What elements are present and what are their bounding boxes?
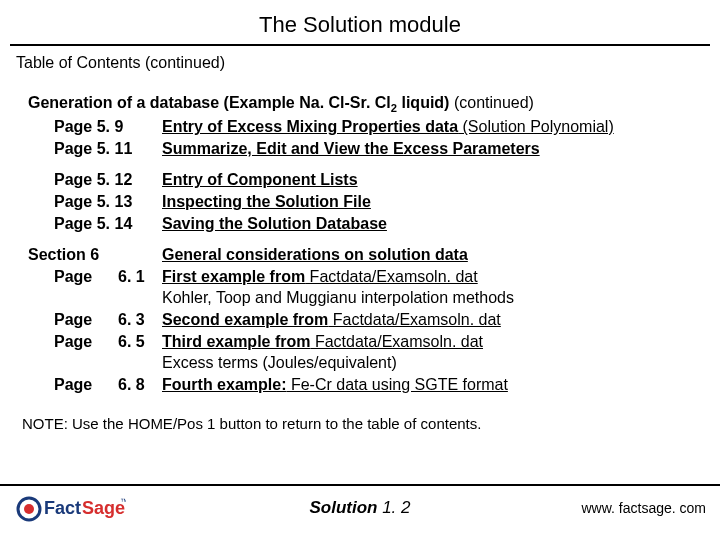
footer-page: 1. 2 xyxy=(377,498,410,517)
toc-row: Page 5. 12 Entry of Component Lists xyxy=(54,169,700,191)
toc-heading-suffix: (continued) xyxy=(141,54,226,71)
toc-note: Excess terms (Joules/equivalent) xyxy=(54,352,700,374)
gen-lead-b: liquid) xyxy=(397,94,449,111)
footer-module: Solution xyxy=(309,498,377,517)
toc-page-label: Page xyxy=(54,374,118,396)
toc-row: Page 5. 11 Summarize, Edit and View the … xyxy=(54,138,700,160)
toc-link[interactable]: Inspecting the Solution File xyxy=(162,191,371,213)
title-pre: The xyxy=(259,12,303,37)
toc-link[interactable]: Third example from Factdata/Examsoln. da… xyxy=(162,331,483,353)
toc-link[interactable]: Entry of Excess Mixing Properties data (… xyxy=(162,116,614,138)
slide-title: The Solution module xyxy=(0,0,720,44)
section-title[interactable]: General considerations on solution data xyxy=(162,244,468,266)
toc-link[interactable]: Saving the Solution Database xyxy=(162,213,387,235)
footer: Fact Sage ™ Solution 1. 2 www. factsage.… xyxy=(0,484,720,534)
note-label: NOTE: xyxy=(22,415,72,432)
toc-note: Kohler, Toop and Muggianu interpolation … xyxy=(54,287,700,309)
toc-page-label: Page xyxy=(54,266,118,288)
toc-page: Page 5. 9 xyxy=(54,116,162,138)
section-label: Section 6 xyxy=(28,244,118,266)
sec6-rows: Page 6. 1 First example from Factdata/Ex… xyxy=(28,266,700,396)
toc-row: Page 6. 8 Fourth example: Fe-Cr data usi… xyxy=(54,374,700,396)
gen-lead-suffix: (continued) xyxy=(449,94,534,111)
toc-row: Page 5. 14 Saving the Solution Database xyxy=(54,213,700,235)
toc-row: Page 6. 1 First example from Factdata/Ex… xyxy=(54,266,700,288)
toc-row: Page 5. 13 Inspecting the Solution File xyxy=(54,191,700,213)
toc-link[interactable]: Fourth example: Fe-Cr data using SGTE fo… xyxy=(162,374,508,396)
toc-note-text: Excess terms (Joules/equivalent) xyxy=(162,352,397,374)
gen-rows: Page 5. 9 Entry of Excess Mixing Propert… xyxy=(28,116,700,234)
toc-link[interactable]: Second example from Factdata/Examsoln. d… xyxy=(162,309,501,331)
toc-page: Page 5. 14 xyxy=(54,213,162,235)
note-body: Use the HOME/Pos 1 button to return to t… xyxy=(72,415,481,432)
toc-note-text: Kohler, Toop and Muggianu interpolation … xyxy=(162,287,514,309)
toc-row: Page 6. 5 Third example from Factdata/Ex… xyxy=(54,331,700,353)
toc-link[interactable]: Summarize, Edit and View the Excess Para… xyxy=(162,138,540,160)
note: NOTE: Use the HOME/Pos 1 button to retur… xyxy=(0,395,720,432)
toc-heading-main: Table of Contents xyxy=(16,54,141,71)
toc-page-label: Page xyxy=(54,331,118,353)
content-area: Generation of a database (Example Na. Cl… xyxy=(0,72,720,395)
footer-url[interactable]: www. factsage. com xyxy=(582,500,707,516)
toc-page-label: Page xyxy=(54,309,118,331)
toc-link[interactable]: First example from Factdata/Examsoln. da… xyxy=(162,266,478,288)
toc-row: Page 5. 9 Entry of Excess Mixing Propert… xyxy=(54,116,700,138)
toc-row: Page 6. 3 Second example from Factdata/E… xyxy=(54,309,700,331)
gen-lead-a: Generation of a database (Example Na. Cl… xyxy=(28,94,391,111)
toc-page-num: 6. 8 xyxy=(118,374,162,396)
toc-page-num: 6. 5 xyxy=(118,331,162,353)
generation-heading: Generation of a database (Example Na. Cl… xyxy=(28,92,700,116)
toc-page-num: 6. 1 xyxy=(118,266,162,288)
toc-page-num: 6. 3 xyxy=(118,309,162,331)
toc-page: Page 5. 12 xyxy=(54,169,162,191)
toc-page: Page 5. 13 xyxy=(54,191,162,213)
title-post: module xyxy=(383,12,461,37)
section-heading: Section 6 General considerations on solu… xyxy=(28,244,700,266)
title-bold: Solution xyxy=(303,12,383,37)
toc-heading: Table of Contents (continued) xyxy=(0,46,720,72)
toc-page: Page 5. 11 xyxy=(54,138,162,160)
toc-link[interactable]: Entry of Component Lists xyxy=(162,169,358,191)
